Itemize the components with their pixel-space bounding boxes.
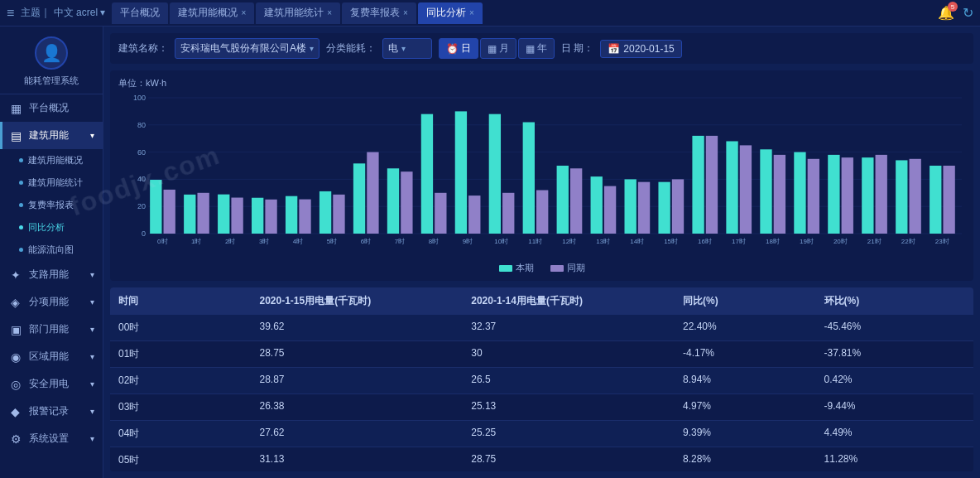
table-cell-0-3: 22.40% <box>683 321 824 335</box>
svg-rect-57 <box>658 182 670 234</box>
header-cell-1: 2020-1-15用电量(千瓦时) <box>260 294 472 308</box>
time-btn-年[interactable]: ▦ 年 <box>518 38 555 59</box>
data-table: 时间2020-1-15用电量(千瓦时)2020-1-14用电量(千瓦时)同比(%… <box>110 287 973 471</box>
nav-item-1[interactable]: ▤ 建筑用能 ▾ <box>0 122 103 149</box>
sub-label-1-1: 建筑用能统计 <box>28 176 83 189</box>
svg-rect-12 <box>150 180 161 234</box>
table-row: 01时28.7530-4.17%-37.81% <box>110 341 973 368</box>
table-cell-2-0: 02时 <box>118 374 260 388</box>
refresh-icon[interactable]: ↻ <box>963 5 973 21</box>
sidebar: 👤 能耗管理系统 ▦ 平台概况 ▤ 建筑用能 ▾ 建筑用能概况 建筑用能统计 复… <box>0 27 103 478</box>
time-btn-日[interactable]: ⏰ 日 <box>439 38 478 59</box>
date-picker[interactable]: 📅 2020-01-15 <box>600 40 681 58</box>
category-select[interactable]: 电 ▾ <box>382 38 432 59</box>
table-header: 时间2020-1-15用电量(千瓦时)2020-1-14用电量(千瓦时)同比(%… <box>110 287 973 315</box>
nav-sub-item-1-3[interactable]: 同比分析 <box>0 216 103 239</box>
hamburger-icon[interactable]: ≡ <box>7 6 14 21</box>
table-cell-3-3: 4.97% <box>683 400 824 414</box>
nav-icon-2: ✦ <box>11 268 24 282</box>
legend-current: 本期 <box>499 262 534 274</box>
building-select[interactable]: 安科瑞电气股份有限公司A楼 ▾ <box>175 38 319 59</box>
table-cell-5-3: 8.28% <box>683 453 824 467</box>
tab-同比分析[interactable]: 同比分析 × <box>418 2 483 24</box>
nav-arrow-7: ▾ <box>90 407 94 416</box>
time-icon-1: ▦ <box>488 43 497 55</box>
nav-icon-8: ⚙ <box>11 432 24 446</box>
svg-text:21时: 21时 <box>867 238 882 245</box>
nav-icon-5: ◉ <box>11 350 24 364</box>
svg-rect-51 <box>591 176 603 234</box>
svg-rect-45 <box>523 123 535 234</box>
tab-close-icon[interactable]: × <box>327 8 332 17</box>
nav-item-8[interactable]: ⚙ 系统设置 ▾ <box>0 425 103 452</box>
table-cell-5-0: 05时 <box>118 453 260 467</box>
nav-label-1: 建筑用能 <box>29 128 69 142</box>
table-cell-0-2: 32.37 <box>471 321 683 335</box>
svg-rect-19 <box>231 198 243 234</box>
filter-bar: 建筑名称： 安科瑞电气股份有限公司A楼 ▾ 分类能耗： 电 ▾ ⏰ 日▦ 月▦ … <box>110 33 973 64</box>
svg-rect-30 <box>353 163 365 234</box>
svg-rect-67 <box>774 155 785 234</box>
tab-close-icon[interactable]: × <box>241 8 246 17</box>
svg-text:15时: 15时 <box>664 238 678 245</box>
tab-建筑用能统计[interactable]: 建筑用能统计 × <box>256 2 340 24</box>
top-bar: ≡ 主题｜ 中文 acrel ▾ 平台概况建筑用能概况 ×建筑用能统计 ×复费率… <box>0 0 980 27</box>
bar-chart: 0204060801000时1时2时3时4时5时6时7时8时9时10时11时12… <box>118 93 965 258</box>
nav-icon-4: ▣ <box>11 323 24 336</box>
nav-label-4: 部门用能 <box>29 322 69 336</box>
table-cell-1-2: 30 <box>471 347 683 361</box>
time-btn-月[interactable]: ▦ 月 <box>480 38 516 59</box>
tab-close-icon[interactable]: × <box>403 8 408 17</box>
nav-item-0[interactable]: ▦ 平台概况 <box>0 94 103 122</box>
svg-text:16时: 16时 <box>698 238 712 245</box>
avatar: 👤 <box>35 36 68 70</box>
table-cell-0-0: 00时 <box>118 321 260 335</box>
svg-text:7时: 7时 <box>395 238 405 245</box>
nav-arrow-4: ▾ <box>90 325 94 334</box>
category-label: 分类能耗： <box>326 41 376 56</box>
tab-建筑用能概况[interactable]: 建筑用能概况 × <box>170 2 254 24</box>
svg-text:5时: 5时 <box>327 238 337 245</box>
svg-text:20: 20 <box>137 202 146 210</box>
nav-sub-item-1-1[interactable]: 建筑用能统计 <box>0 171 103 194</box>
chart-wrapper: 0204060801000时1时2时3时4时5时6时7时8时9时10时11时12… <box>118 93 965 258</box>
svg-rect-18 <box>218 195 229 234</box>
table-cell-5-2: 28.75 <box>471 453 683 467</box>
nav-sub-item-1-0[interactable]: 建筑用能概况 <box>0 149 103 171</box>
svg-text:9时: 9时 <box>463 238 473 245</box>
header-cell-2: 2020-1-14用电量(千瓦时) <box>471 294 683 308</box>
date-label: 日 期： <box>561 41 593 56</box>
nav-item-7[interactable]: ◆ 报警记录 ▾ <box>0 398 103 425</box>
nav-item-6[interactable]: ◎ 安全用电 ▾ <box>0 370 103 398</box>
nav-item-2[interactable]: ✦ 支路用能 ▾ <box>0 261 103 288</box>
notification-icon[interactable]: 🔔 5 <box>938 5 954 21</box>
svg-rect-22 <box>265 200 276 234</box>
tab-平台概况[interactable]: 平台概况 <box>112 2 168 24</box>
svg-rect-73 <box>842 157 853 234</box>
table-cell-0-1: 39.62 <box>260 321 472 335</box>
nav-sub-item-1-2[interactable]: 复费率报表 <box>0 194 103 216</box>
nav-item-3[interactable]: ◈ 分项用能 ▾ <box>0 288 103 316</box>
table-cell-2-1: 28.87 <box>260 374 472 388</box>
nav-section: ▦ 平台概况 ▤ 建筑用能 ▾ 建筑用能概况 建筑用能统计 复费率报表 同比分析… <box>0 94 103 478</box>
nav-icon-0: ▦ <box>11 102 24 115</box>
svg-rect-55 <box>638 182 650 234</box>
tab-close-icon[interactable]: × <box>469 8 474 17</box>
nav-sub-item-1-4[interactable]: 能源流向图 <box>0 239 103 261</box>
sub-dot-1-4 <box>19 248 23 252</box>
svg-text:19时: 19时 <box>800 238 814 245</box>
nav-item-5[interactable]: ◉ 区域用能 ▾ <box>0 343 103 370</box>
tab-复费率报表[interactable]: 复费率报表 × <box>342 2 416 24</box>
nav-label-6: 安全用电 <box>29 377 69 391</box>
nav-arrow-2: ▾ <box>90 270 94 279</box>
nav-item-4[interactable]: ▣ 部门用能 ▾ <box>0 316 103 343</box>
svg-text:22时: 22时 <box>901 238 915 245</box>
time-btn-group: ⏰ 日▦ 月▦ 年 <box>439 38 555 59</box>
chart-container: 单位：kW·h 0204060801000时1时2时3时4时5时6时7时8时9时… <box>110 70 973 281</box>
svg-rect-40 <box>468 196 480 234</box>
svg-text:17时: 17时 <box>732 238 746 245</box>
nav-label-7: 报警记录 <box>29 404 69 418</box>
svg-text:12时: 12时 <box>562 238 576 245</box>
svg-text:40: 40 <box>137 175 146 183</box>
svg-rect-21 <box>252 198 263 234</box>
